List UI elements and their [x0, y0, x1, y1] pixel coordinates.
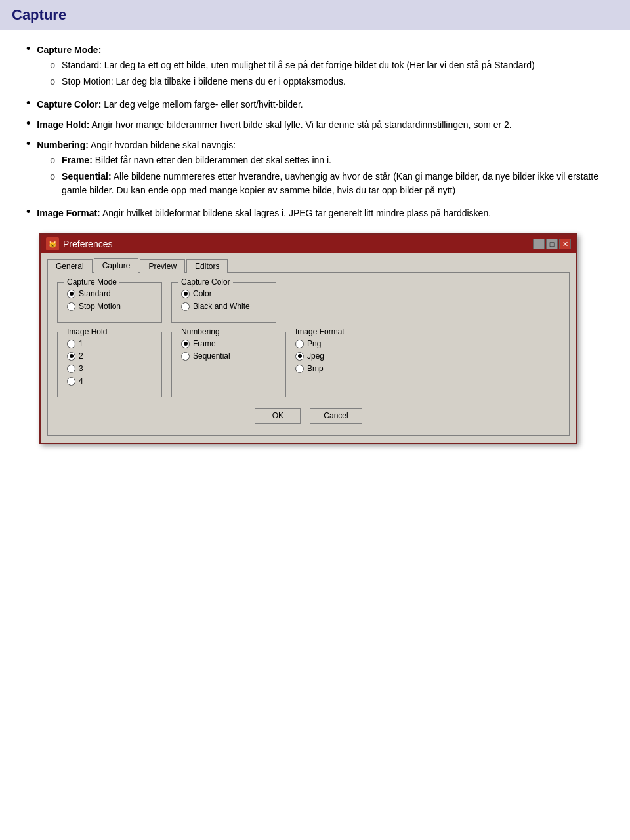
radio-standard-circle[interactable] [67, 290, 75, 298]
tab-general[interactable]: General [47, 259, 93, 273]
groups-row-1: Capture Mode Standard Stop Motion [57, 282, 560, 323]
bullet-image-hold: Image Hold: Angir hvor mange bilderammer… [20, 118, 610, 132]
tab-editors[interactable]: Editors [186, 259, 228, 273]
radio-hold-2-circle[interactable] [67, 352, 75, 361]
bullet-label-image-format: Image Format: [37, 208, 100, 218]
sub-item-stop-motion: Stop Motion: Lar deg bla tilbake i bilde… [37, 75, 610, 89]
radio-jpeg-label: Jpeg [307, 351, 324, 361]
radio-hold-4-circle[interactable] [67, 377, 75, 386]
sub-list-capture-mode: Standard: Lar deg ta ett og ett bilde, u… [37, 58, 610, 89]
radio-bw-circle[interactable] [181, 302, 190, 311]
dialog-buttons: OK Cancel [57, 403, 560, 426]
dialog-body: General Capture Preview Editors Capture … [41, 253, 576, 443]
radio-frame-label: Frame [193, 339, 216, 348]
cancel-button[interactable]: Cancel [310, 408, 362, 424]
bullet-capture-mode: Capture Mode: Standard: Lar deg ta ett o… [20, 43, 610, 91]
group-capture-mode: Capture Mode Standard Stop Motion [57, 282, 162, 323]
radio-hold-1[interactable]: 1 [67, 339, 152, 348]
tab-content-capture: Capture Mode Standard Stop Motion [47, 272, 570, 436]
sub-item-standard: Standard: Lar deg ta ett og ett bilde, u… [37, 58, 610, 72]
dialog-titlebar: 🐱 Preferences — □ ✕ [41, 235, 576, 253]
radio-stop-motion-circle[interactable] [67, 302, 75, 311]
tab-capture[interactable]: Capture [94, 258, 139, 273]
radio-frame[interactable]: Frame [181, 339, 266, 348]
ok-button[interactable]: OK [255, 408, 301, 424]
content-area: Capture Mode: Standard: Lar deg ta ett o… [0, 43, 630, 477]
group-title-capture-mode: Capture Mode [64, 277, 119, 287]
sub-list-numbering: Frame: Bildet får navn etter den bildera… [37, 153, 610, 197]
radio-stop-motion[interactable]: Stop Motion [67, 302, 152, 311]
radio-frame-circle[interactable] [181, 340, 190, 348]
minimize-button[interactable]: — [533, 239, 545, 249]
radio-hold-2[interactable]: 2 [67, 351, 152, 361]
radio-png-circle[interactable] [295, 340, 304, 348]
restore-button[interactable]: □ [546, 239, 558, 249]
radio-hold-2-label: 2 [79, 351, 83, 361]
bullet-list: Capture Mode: Standard: Lar deg ta ett o… [20, 43, 610, 220]
groups-row-2: Image Hold 1 2 3 [57, 332, 560, 397]
radio-hold-4-label: 4 [79, 376, 83, 386]
preferences-dialog: 🐱 Preferences — □ ✕ General Capture Prev… [39, 233, 578, 444]
dialog-title: Preferences [63, 239, 112, 249]
sub-item-frame: Frame: Bildet får navn etter den bildera… [37, 153, 610, 167]
bullet-capture-color: Capture Color: Lar deg velge mellom farg… [20, 98, 610, 111]
dialog-wrapper: 🐱 Preferences — □ ✕ General Capture Prev… [20, 233, 610, 464]
radio-hold-1-circle[interactable] [67, 340, 75, 348]
dialog-app-icon: 🐱 [46, 237, 59, 250]
radio-jpeg-circle[interactable] [295, 352, 304, 361]
radio-hold-3-circle[interactable] [67, 365, 75, 373]
radio-png-label: Png [307, 339, 321, 348]
bullet-label-capture-color: Capture Color: [37, 99, 101, 110]
group-image-hold: Image Hold 1 2 3 [57, 332, 162, 397]
radio-bmp-circle[interactable] [295, 365, 304, 373]
radio-bmp-label: Bmp [307, 364, 324, 373]
dialog-window-controls[interactable]: — □ ✕ [533, 239, 571, 249]
bullet-label-numbering: Numbering: [37, 140, 89, 150]
group-capture-color: Capture Color Color Black and White [171, 282, 276, 323]
group-image-format: Image Format Png Jpeg Bmp [285, 332, 390, 397]
bullet-image-format: Image Format: Angir hvilket bildeformat … [20, 207, 610, 220]
group-title-capture-color: Capture Color [178, 277, 233, 287]
radio-bw-label: Black and White [193, 302, 250, 311]
page-title: Capture [12, 7, 618, 24]
radio-hold-3[interactable]: 3 [67, 364, 152, 373]
radio-sequential-label: Sequential [193, 351, 230, 361]
radio-sequential[interactable]: Sequential [181, 351, 266, 361]
radio-hold-1-label: 1 [79, 339, 83, 348]
radio-standard[interactable]: Standard [67, 289, 152, 298]
radio-hold-3-label: 3 [79, 364, 83, 373]
close-button[interactable]: ✕ [559, 239, 571, 249]
group-title-numbering: Numbering [178, 327, 222, 336]
bullet-label-image-hold: Image Hold: [37, 119, 89, 130]
radio-sequential-circle[interactable] [181, 352, 190, 361]
radio-hold-4[interactable]: 4 [67, 376, 152, 386]
radio-png[interactable]: Png [295, 339, 381, 348]
dialog-tabs[interactable]: General Capture Preview Editors [47, 258, 570, 273]
page-header: Capture [0, 0, 630, 30]
sub-item-sequential: Sequential: Alle bildene nummereres ette… [37, 170, 610, 197]
radio-bmp[interactable]: Bmp [295, 364, 381, 373]
group-title-image-hold: Image Hold [64, 327, 110, 336]
radio-color-circle[interactable] [181, 290, 190, 298]
radio-stop-motion-label: Stop Motion [79, 302, 121, 311]
group-title-image-format: Image Format [293, 327, 347, 336]
radio-color-label: Color [193, 289, 212, 298]
tab-preview[interactable]: Preview [140, 259, 185, 273]
radio-standard-label: Standard [79, 289, 111, 298]
radio-color[interactable]: Color [181, 289, 266, 298]
radio-jpeg[interactable]: Jpeg [295, 351, 381, 361]
titlebar-left: 🐱 Preferences [46, 237, 112, 250]
group-numbering: Numbering Frame Sequential [171, 332, 276, 397]
bullet-label-capture-mode: Capture Mode: [37, 45, 101, 55]
bullet-numbering: Numbering: Angir hvordan bildene skal na… [20, 138, 610, 200]
radio-bw[interactable]: Black and White [181, 302, 266, 311]
